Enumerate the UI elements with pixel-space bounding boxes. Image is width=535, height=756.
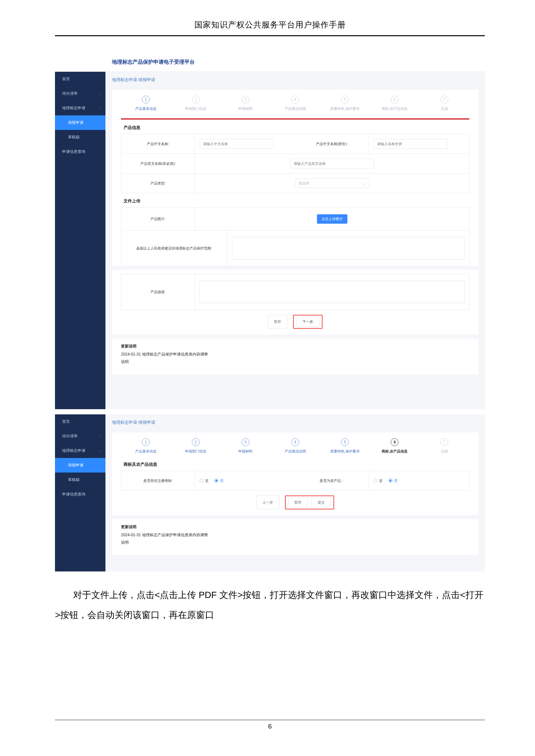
highlight-box-icon: 下一步	[293, 315, 323, 329]
sidebar-item-label: 地理标志申请	[62, 448, 85, 453]
product-type-select[interactable]: 请选择⌄	[295, 178, 369, 188]
screenshot-1: 地理标志产品保护申请电子受理平台 首页 待办清单› 地理标志申请› 填报申请 草…	[55, 53, 485, 409]
progress-fill	[121, 118, 469, 120]
workspace: 地理标志申请-填报申请 1产品基本信息 2申报部门信息 3申报材料 4产品情况说…	[105, 414, 485, 571]
radio-icon	[214, 479, 218, 483]
step-number-icon: 2	[192, 96, 200, 103]
sidebar-item-label: 首页	[62, 76, 70, 82]
chevron-right-icon: ›	[99, 449, 101, 453]
update-note-line: 说明	[121, 359, 469, 364]
step-label: 产品基本信息	[135, 107, 156, 111]
step-label: 申报材料	[239, 449, 253, 453]
radio-icon	[388, 479, 392, 483]
section-title-upload: 文件上传	[121, 193, 469, 207]
stepper: 1产品基本信息 2申报部门信息 3申报材料 4产品情况说明 5质量特色,保护要求…	[112, 432, 478, 456]
document-header: 国家知识产权公共服务平台用户操作手册	[55, 19, 485, 35]
chevron-down-icon: ⌄	[363, 181, 366, 185]
update-note-line: 说明	[121, 540, 469, 545]
update-note: 更新说明 2024-01-31 地理标志产品保护申请信息表内容调整 说明	[112, 519, 478, 555]
sidebar-item-label: 草稿箱	[68, 134, 80, 140]
field-label-en-name: 产品英文名称(非必填):	[121, 154, 195, 173]
highlight-box-icon: 暂存 提交	[285, 496, 334, 509]
step-label: 商标,农产品信息	[382, 107, 408, 111]
step-label: 申报部门信息	[185, 449, 206, 453]
cn-pinyin-input[interactable]	[374, 139, 448, 149]
en-name-input[interactable]	[290, 159, 374, 168]
step-number-icon: 1	[142, 438, 150, 446]
sidebar-item-gi-apply[interactable]: 地理标志申请›	[55, 101, 105, 115]
button-row: 暂存 下一步	[112, 310, 478, 335]
radio-icon	[374, 479, 378, 483]
step-label: 产品基本信息	[135, 449, 156, 453]
button-row: 上一步 暂存 提交	[112, 490, 478, 515]
section-title-trademark: 商标及农产品信息	[121, 456, 469, 471]
sidebar-item-label: 首页	[62, 419, 70, 424]
step-card: 1产品基本信息 2申报部门信息 3申报材料 4产品情况说明 5质量特色,保护要求…	[112, 432, 478, 515]
sidebar-item-label: 申请信息查询	[62, 149, 85, 154]
page-number: 6	[55, 723, 485, 730]
upload-image-button[interactable]: 点击上传图片	[317, 214, 348, 224]
footer-divider	[55, 720, 485, 720]
step-label: 商标,农产品信息	[382, 449, 408, 453]
radio-option-no[interactable]: 否	[388, 478, 398, 483]
radio-option-yes[interactable]: 是	[200, 478, 209, 483]
field-label-scope: 县级以上人民政府建议的地理标志产品保护范围:	[121, 230, 227, 266]
sidebar-item-label: 待办清单	[62, 433, 78, 439]
radio-icon	[200, 479, 204, 483]
chevron-right-icon: ›	[99, 106, 101, 110]
radio-option-no[interactable]: 否	[214, 478, 223, 483]
chevron-right-icon: ›	[99, 434, 101, 438]
sidebar-item-pending[interactable]: 待办清单›	[55, 86, 105, 101]
field-label-has-trademark: 是否存在注册商标:	[121, 471, 195, 490]
next-step-button[interactable]: 下一步	[296, 317, 319, 327]
sidebar-item-home[interactable]: 首页	[55, 414, 105, 429]
stepper: 1产品基本信息 2申报部门信息 3申报材料 4产品情况说明 5质量特色,保护要求…	[112, 90, 478, 114]
step-number-icon: 4	[292, 96, 299, 103]
step-number-icon: 5	[341, 438, 349, 446]
breadcrumb: 地理标志申请-填报申请	[105, 72, 485, 86]
step-label: 质量特色,保护要求	[330, 107, 360, 111]
step-label: 申报材料	[239, 107, 253, 111]
step-number-icon: 4	[292, 438, 299, 446]
step-label: 完成	[441, 107, 448, 111]
sidebar-item-label: 待办清单	[62, 91, 78, 96]
step-number-icon: 6	[391, 438, 399, 446]
workspace: 地理标志申请-填报申请 1产品基本信息 2申报部门信息 3申报材料 4产品情况说…	[105, 72, 485, 409]
sidebar-item-pending[interactable]: 待办清单›	[55, 429, 105, 444]
sidebar-item-label: 草稿箱	[68, 477, 80, 483]
radio-group-trademark: 是 否	[200, 478, 223, 483]
save-draft-button[interactable]: 暂存	[268, 315, 287, 329]
sidebar-item-home[interactable]: 首页	[55, 72, 105, 86]
step-number-icon: 3	[241, 438, 249, 446]
section-title-product-info: 产品信息	[121, 120, 469, 134]
platform-title: 地理标志产品保护申请电子受理平台	[55, 53, 485, 72]
sidebar-item-draft[interactable]: 草稿箱	[55, 130, 105, 145]
product-desc-textarea[interactable]	[200, 281, 465, 303]
sidebar-item-fillin[interactable]: 填报申请	[55, 458, 105, 472]
desc-card: 产品描述: 暂存 下一步	[112, 270, 478, 335]
sidebar-item-draft[interactable]: 草稿箱	[55, 472, 105, 487]
sidebar-item-query[interactable]: 申请信息查询	[55, 487, 105, 501]
step-number-icon: 7	[440, 96, 448, 103]
update-note-title: 更新说明	[121, 343, 469, 349]
scope-textarea[interactable]	[232, 237, 465, 259]
sidebar-item-fillin[interactable]: 填报申请	[55, 115, 105, 130]
field-label-product-image: 产品图片:	[121, 207, 195, 230]
update-note: 更新说明 2024-01-31 地理标志产品保护申请信息表内容调整 说明	[112, 338, 478, 374]
sidebar-item-gi-apply[interactable]: 地理标志申请›	[55, 444, 105, 458]
field-label-cn-pinyin: 产品中文名称(拼音):	[295, 134, 369, 153]
prev-step-button[interactable]: 上一步	[256, 496, 279, 509]
step-number-icon: 5	[341, 96, 349, 103]
sidebar-item-query[interactable]: 申请信息查询	[55, 145, 105, 159]
sidebar-item-label: 申请信息查询	[62, 492, 85, 497]
step-label: 产品情况说明	[285, 449, 306, 453]
step-label: 申报部门信息	[185, 107, 206, 111]
submit-button[interactable]: 提交	[312, 498, 331, 507]
update-note-line: 2024-01-31 地理标志产品保护申请信息表内容调整	[121, 532, 469, 538]
radio-option-yes[interactable]: 是	[374, 478, 383, 483]
field-label-cn-name: 产品中文名称:	[121, 134, 195, 153]
save-draft-button[interactable]: 暂存	[288, 498, 308, 507]
screenshot-2: 首页 待办清单› 地理标志申请› 填报申请 草稿箱 申请信息查询 地理标志申请-…	[55, 414, 485, 571]
radio-group-agricultural: 是 否	[374, 478, 398, 483]
cn-name-input[interactable]	[200, 139, 274, 149]
